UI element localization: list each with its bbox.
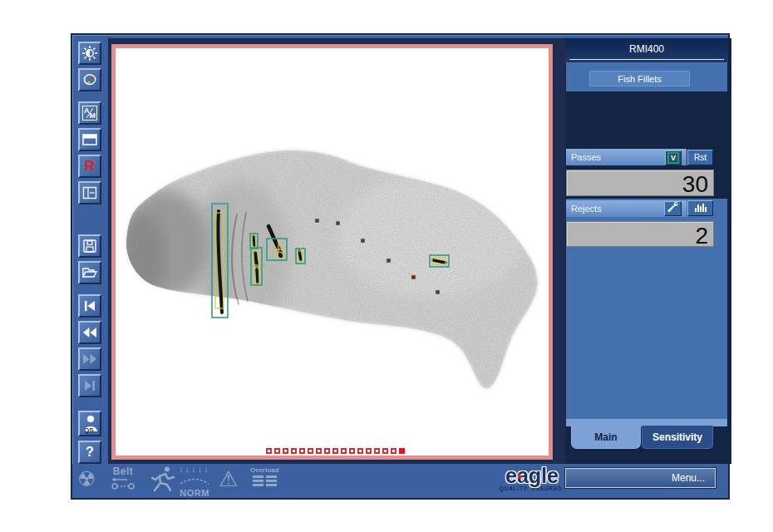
foreign-object-marker <box>411 275 416 279</box>
progress-square <box>357 448 363 454</box>
progress-square <box>291 448 297 454</box>
foreign-object-marker <box>361 239 365 243</box>
arc-icon <box>179 473 210 487</box>
help-icon: ? <box>86 445 94 460</box>
image-frame <box>108 38 565 464</box>
left-toolbar: A M R <box>72 35 108 464</box>
settings-button[interactable] <box>664 201 682 216</box>
panel-title: RMI400 <box>565 38 728 62</box>
counters-block: Passes V Rst 30 Rejects <box>565 91 728 199</box>
tab-sensitivity[interactable]: Sensitivity <box>642 426 713 449</box>
verify-v-icon: V <box>667 152 679 164</box>
status-bar: ☢ Belt <box>72 464 728 498</box>
skip-start-icon <box>82 299 97 313</box>
save-icon <box>82 239 97 254</box>
verify-button[interactable]: V <box>665 150 682 165</box>
open-image-button[interactable] <box>78 261 101 284</box>
brightness-button[interactable] <box>78 42 101 65</box>
tab-fish-fillets[interactable]: Fish Fillets <box>589 71 690 86</box>
reject-r-icon: R <box>85 158 95 175</box>
eagle-logo: eagle QUALITY. ASSURED. <box>495 465 569 491</box>
conveyor-icon <box>109 479 137 493</box>
image-red-border <box>112 45 552 459</box>
app-window: A M R <box>71 33 730 500</box>
progress-square <box>324 448 330 454</box>
fast-forward-icon <box>81 352 98 366</box>
progress-square <box>374 448 380 454</box>
help-button[interactable]: ? <box>78 441 101 464</box>
progress-square <box>391 448 396 454</box>
radiation-icon: ☢ <box>77 467 96 490</box>
progress-squares <box>266 448 405 454</box>
palette-icon <box>81 71 98 88</box>
histogram-button[interactable] <box>687 200 713 216</box>
logo-text-gle: gle <box>529 464 559 487</box>
rewind-icon <box>81 326 98 339</box>
xray-image-view <box>116 48 549 456</box>
panel-layout-button[interactable] <box>78 181 101 204</box>
progress-square <box>266 448 272 454</box>
progress-square <box>382 448 388 454</box>
brightness-icon <box>81 45 98 62</box>
window-layout-button[interactable] <box>78 128 101 151</box>
progress-square <box>332 448 338 454</box>
palette-button[interactable] <box>78 68 101 91</box>
progress-square <box>366 448 372 454</box>
xray-fillet-image <box>116 48 549 456</box>
qs-user-button[interactable]: QS <box>78 411 101 436</box>
skip-end-button[interactable] <box>78 374 101 397</box>
auto-manual-button[interactable]: A M <box>78 101 101 125</box>
foreign-object-marker <box>336 221 340 225</box>
down-arrows-icon: ↓↓↓↓↓ <box>179 466 210 473</box>
norm-label: NORM <box>179 488 210 498</box>
logo-text-e: e <box>505 464 517 487</box>
folder-open-icon <box>81 266 98 279</box>
progress-square <box>316 448 322 454</box>
skip-start-button[interactable] <box>78 294 101 318</box>
right-panel: RMI400 Fish Fillets Passes V Rst 30 Reje… <box>565 38 731 464</box>
progress-square <box>299 448 305 454</box>
overload-label: Overload <box>250 466 279 474</box>
progress-square <box>274 448 280 454</box>
foreign-object-marker <box>436 290 440 294</box>
runner-icon <box>151 481 176 495</box>
reject-view-button[interactable]: R <box>78 155 101 178</box>
belt-label: Belt <box>109 466 137 477</box>
progress-square <box>341 448 347 454</box>
save-button[interactable] <box>78 234 101 258</box>
auto-manual-icon: A M <box>82 106 97 121</box>
rewind-button[interactable] <box>78 321 101 344</box>
qs-user-icon: QS <box>81 414 98 434</box>
progress-square <box>399 448 405 454</box>
tab-main[interactable]: Main <box>571 426 641 449</box>
svg-text:QS: QS <box>84 426 94 433</box>
progress-square <box>283 448 288 454</box>
fast-forward-button[interactable] <box>78 347 101 371</box>
menu-button[interactable]: Menu... <box>565 468 716 488</box>
wrench-icon <box>667 201 679 216</box>
overload-bars-icon <box>253 475 277 486</box>
foreign-object-marker <box>315 219 319 223</box>
foreign-object-marker <box>386 259 391 263</box>
overload-status: Overload <box>250 466 279 486</box>
skip-end-icon <box>82 379 97 392</box>
warning-icon: ⚠ <box>219 466 238 491</box>
histogram-icon <box>694 201 707 216</box>
logo-text-a: a <box>517 464 529 487</box>
norm-status: ↓↓↓↓↓ NORM <box>179 466 210 498</box>
rejects-value: 2 <box>566 221 714 247</box>
window-icon <box>81 133 98 146</box>
passes-value: 30 <box>566 170 714 196</box>
split-window-icon <box>81 185 98 200</box>
belt-status: Belt <box>109 466 137 494</box>
reset-button[interactable]: Rst <box>687 150 713 165</box>
emergency-run-status <box>151 466 176 496</box>
progress-square <box>308 448 313 454</box>
progress-square <box>349 448 355 454</box>
